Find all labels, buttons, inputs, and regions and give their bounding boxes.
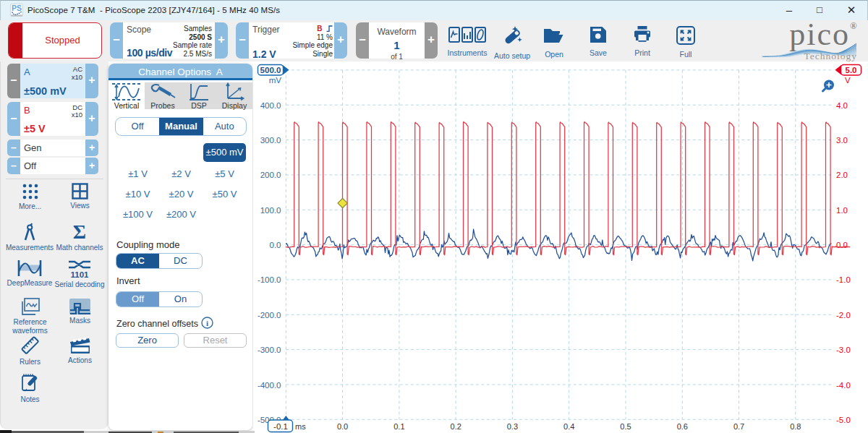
svg-text:0.5: 0.5 [620,422,631,431]
svg-text:400.0: 400.0 [260,101,281,110]
svg-text:0.6: 0.6 [677,422,688,431]
svg-text:1101: 1101 [71,270,90,278]
svg-text:-300.0: -300.0 [258,346,281,354]
svg-text:mV: mV [269,76,282,85]
svg-text:200.0: 200.0 [260,171,281,179]
svg-text:3.0: 3.0 [836,136,848,145]
svg-text:-3.0: -3.0 [836,346,851,354]
svg-text:1.0: 1.0 [836,206,848,215]
svg-text:-4.0: -4.0 [836,381,851,390]
svg-text:4.0: 4.0 [836,101,848,110]
svg-text:300.0: 300.0 [260,136,281,145]
svg-text:100.0: 100.0 [260,206,281,215]
svg-text:0.8: 0.8 [790,422,801,431]
svg-text:0.2: 0.2 [451,422,461,431]
svg-text:2.0: 2.0 [836,171,848,179]
svg-text:0.3: 0.3 [507,422,518,431]
svg-text:0.1: 0.1 [393,422,404,431]
svg-text:0.7: 0.7 [733,422,744,431]
svg-text:-200.0: -200.0 [258,311,281,320]
svg-text:-100.0: -100.0 [258,275,281,284]
svg-text:5.0: 5.0 [846,66,857,74]
svg-text:Σ: Σ [73,223,86,241]
svg-text:0.0: 0.0 [270,241,281,249]
svg-text:-1.0: -1.0 [836,275,851,284]
svg-text:0.0: 0.0 [337,422,348,431]
svg-text:i: i [206,319,208,327]
svg-text:-400.0: -400.0 [258,381,281,390]
svg-text:-0.1: -0.1 [273,422,288,431]
svg-text:V: V [845,76,851,85]
svg-text:0.0: 0.0 [836,241,848,249]
svg-text:ms: ms [295,422,306,431]
svg-text:PS: PS [12,4,22,12]
svg-text:0.4: 0.4 [563,422,574,431]
svg-text:500.0: 500.0 [260,66,281,74]
svg-text:-2.0: -2.0 [836,311,851,320]
svg-text:-5.0: -5.0 [836,416,851,424]
